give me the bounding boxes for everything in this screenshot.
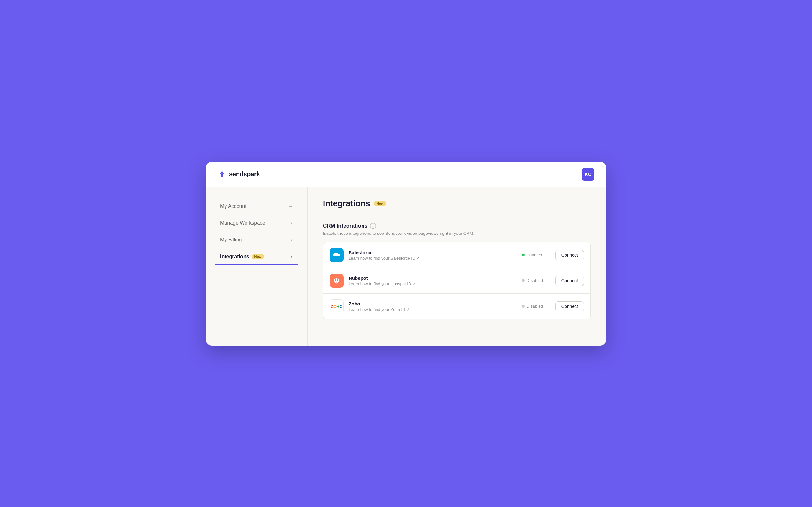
svg-point-2 [336, 278, 337, 279]
status-dot-disabled [522, 305, 525, 308]
logo-text: sendspark [229, 170, 260, 178]
page-title: Integrations [323, 199, 370, 209]
sidebar-item-my-billing-label: My Billing [220, 237, 242, 243]
external-link-icon: ↗ [412, 282, 415, 286]
svg-point-3 [336, 282, 337, 283]
zoho-name: Zoho [349, 301, 517, 306]
sidebar-item-integrations[interactable]: Integrations New → [215, 249, 299, 265]
hubspot-name: Hubspot [349, 275, 517, 281]
integration-list: Salesforce Learn how to find your Salesf… [323, 242, 591, 320]
arrow-icon: → [288, 220, 293, 227]
page-title-badge: New [374, 201, 386, 206]
zoho-status: Disabled [522, 304, 550, 308]
sidebar-item-my-billing[interactable]: My Billing → [215, 232, 299, 248]
sidebar-item-manage-workspace-label: Manage Workspace [220, 220, 265, 226]
sidebar-item-my-account[interactable]: My Account → [215, 199, 299, 214]
logo: sendspark [217, 170, 260, 179]
zoho-connect-button[interactable]: Connect [555, 301, 584, 312]
arrow-icon: → [288, 203, 293, 210]
svg-text:ZOHO: ZOHO [331, 304, 342, 309]
zoho-link[interactable]: Learn how to find your Zoho ID ↗ [349, 307, 517, 312]
section-title: CRM Integrations [323, 223, 368, 229]
integration-row-hubspot: Hubspot Learn how to find your Hubspot I… [323, 268, 591, 294]
salesforce-link[interactable]: Learn how to find your Salesforce ID ↗ [349, 256, 517, 261]
salesforce-name: Salesforce [349, 250, 517, 255]
hubspot-info: Hubspot Learn how to find your Hubspot I… [349, 275, 517, 286]
salesforce-icon [332, 251, 341, 259]
sidebar: My Account → Manage Workspace → My Billi… [206, 187, 308, 346]
app-header: sendspark KC [206, 162, 606, 187]
status-dot-disabled [522, 279, 525, 282]
user-avatar[interactable]: KC [582, 168, 595, 181]
app-modal: sendspark KC My Account → Manage Workspa… [206, 162, 606, 346]
zoho-info: Zoho Learn how to find your Zoho ID ↗ [349, 301, 517, 312]
status-dot-enabled [522, 253, 525, 257]
logo-icon [217, 170, 226, 179]
sidebar-item-manage-workspace[interactable]: Manage Workspace → [215, 216, 299, 231]
page-title-row: Integrations New [323, 199, 591, 215]
salesforce-connect-button[interactable]: Connect [555, 250, 584, 260]
section-title-row: CRM Integrations i [323, 223, 591, 229]
zoho-icon: ZOHO [331, 303, 342, 309]
main-content: Integrations New CRM Integrations i Enab… [308, 187, 606, 346]
svg-point-5 [339, 280, 339, 281]
arrow-icon-active: → [288, 253, 293, 260]
sidebar-item-my-account-label: My Account [220, 204, 247, 209]
arrow-icon: → [288, 237, 293, 243]
salesforce-info: Salesforce Learn how to find your Salesf… [349, 250, 517, 261]
external-link-icon: ↗ [416, 256, 419, 260]
svg-point-4 [334, 280, 335, 281]
sidebar-item-integrations-label-row: Integrations New [220, 254, 264, 260]
hubspot-icon [332, 276, 341, 285]
section-description: Enable these integrations to see Sendspa… [323, 231, 591, 236]
hubspot-logo [329, 274, 344, 288]
salesforce-status: Enabled [522, 252, 550, 257]
app-body: My Account → Manage Workspace → My Billi… [206, 187, 606, 346]
hubspot-connect-button[interactable]: Connect [555, 276, 584, 286]
external-link-icon: ↗ [407, 307, 409, 312]
integration-row-zoho: ZOHO Zoho Learn how to find your Zoho ID… [323, 294, 591, 320]
salesforce-logo [329, 248, 344, 262]
info-icon[interactable]: i [370, 223, 376, 229]
sidebar-item-integrations-label: Integrations [220, 254, 249, 260]
zoho-logo: ZOHO [329, 299, 344, 314]
hubspot-link[interactable]: Learn how to find your Hubspot ID ↗ [349, 281, 517, 286]
integration-row-salesforce: Salesforce Learn how to find your Salesf… [323, 242, 591, 268]
integrations-badge: New [252, 254, 264, 259]
hubspot-status: Disabled [522, 278, 550, 283]
